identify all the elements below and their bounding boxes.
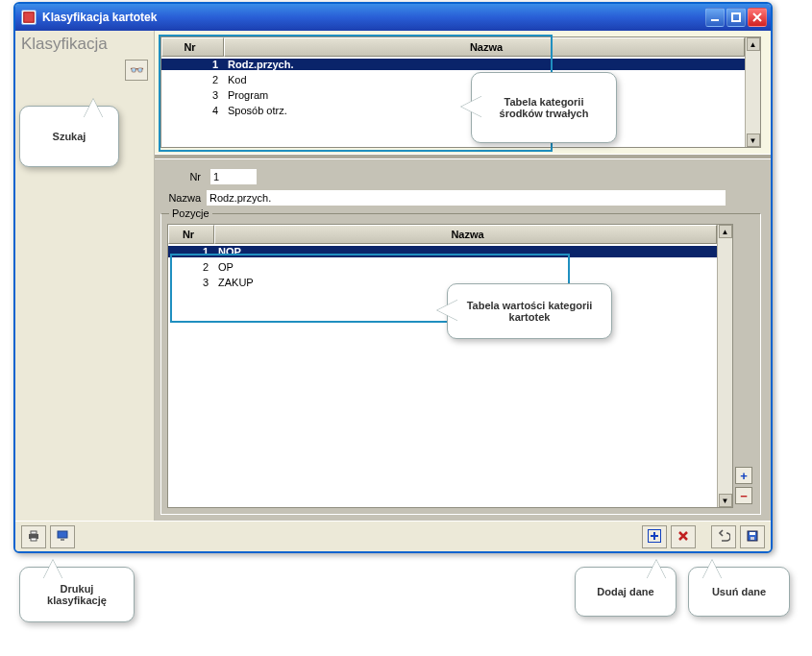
nazwa-label: Nazwa	[160, 192, 201, 204]
monitor-icon	[56, 529, 69, 545]
callout-text: Szukaj	[53, 131, 86, 142]
delete-button[interactable]	[671, 525, 696, 548]
x-icon	[677, 529, 690, 545]
categories-grid-header: Nr Nazwa	[161, 37, 745, 57]
plus-icon	[648, 529, 661, 545]
sidebar-title: Klasyfikacja	[21, 35, 148, 54]
cell-nr: 2	[161, 74, 224, 85]
client-area: Klasyfikacja 👓 Nr Nazwa 1Rodz.	[15, 31, 771, 551]
table-row[interactable]: 3ZAKUP	[168, 275, 717, 290]
monitor-button[interactable]	[50, 525, 75, 548]
cell-nr: 1	[168, 246, 214, 257]
app-window: Klasyfikacja kartotek Klasyfikacja 👓	[13, 2, 773, 553]
svg-rect-2	[732, 13, 740, 21]
pozycje-add-button[interactable]: +	[735, 467, 752, 484]
undo-button[interactable]	[711, 525, 736, 548]
nazwa-field-row: Nazwa	[160, 190, 761, 206]
svg-rect-5	[31, 538, 37, 541]
callout-szukaj: Szukaj	[19, 106, 119, 167]
print-button[interactable]	[21, 525, 46, 548]
printer-icon	[27, 529, 40, 545]
titlebar[interactable]: Klasyfikacja kartotek	[15, 4, 771, 31]
svg-rect-1	[711, 19, 719, 21]
nr-label: Nr	[160, 171, 201, 182]
callout-text: Drukuj klasyfikację	[34, 583, 120, 606]
detail-panel: Nr Nazwa Pozycje Nr Nazw	[155, 159, 771, 521]
callout-usun: Usuń dane	[688, 567, 790, 617]
scroll-down-button[interactable]: ▼	[747, 134, 760, 147]
callout-drukuj: Drukuj klasyfikację	[19, 567, 135, 622]
add-button[interactable]	[642, 525, 667, 548]
search-button[interactable]: 👓	[125, 60, 148, 81]
callout-tabela-wartosci: Tabela wartości kategorii kartotek	[447, 283, 612, 339]
cell-nr: 4	[161, 105, 224, 116]
callout-text: Dodaj dane	[597, 586, 653, 597]
callout-text: Tabela wartości kategorii kartotek	[461, 300, 598, 323]
minimize-button[interactable]	[705, 8, 725, 27]
callout-text: Tabela kategorii środków trwałych	[485, 96, 603, 119]
close-button[interactable]	[748, 8, 767, 27]
pozycje-label: Pozycje	[169, 207, 212, 219]
categories-scrollbar[interactable]: ▲ ▼	[745, 37, 760, 147]
pozycje-groupbox: Pozycje Nr Nazwa 1NOP2OP3ZAKUP ▲	[160, 213, 761, 515]
main-area: Klasyfikacja 👓 Nr Nazwa 1Rodz.	[15, 31, 771, 521]
svg-rect-10	[750, 532, 755, 535]
svg-rect-7	[61, 539, 64, 541]
pozycje-grid-body[interactable]: 1NOP2OP3ZAKUP	[168, 244, 717, 507]
app-icon	[21, 10, 37, 25]
nazwa-input[interactable]	[207, 190, 726, 206]
table-row[interactable]: 2OP	[168, 259, 717, 275]
pozycje-scrollbar[interactable]: ▲ ▼	[717, 225, 732, 507]
maximize-button[interactable]	[726, 8, 746, 27]
scroll-up-button[interactable]: ▲	[719, 225, 732, 238]
cell-nazwa: Rodz.przych.	[224, 59, 745, 70]
cell-nr: 1	[161, 59, 224, 70]
table-row[interactable]: 2Kod	[161, 72, 745, 87]
binoculars-icon: 👓	[130, 63, 144, 77]
save-icon	[746, 529, 759, 545]
svg-rect-6	[58, 531, 67, 538]
pozycje-col-nazwa[interactable]: Nazwa	[214, 225, 717, 244]
pozycje-remove-button[interactable]: −	[735, 487, 752, 504]
table-row[interactable]: 1Rodz.przych.	[161, 57, 745, 72]
pozycje-grid[interactable]: Nr Nazwa 1NOP2OP3ZAKUP ▲ ▼	[167, 224, 733, 508]
categories-panel: Nr Nazwa 1Rodz.przych.2Kod3Program4Sposó…	[155, 31, 771, 154]
cell-nr: 3	[161, 89, 224, 101]
svg-rect-11	[750, 537, 754, 540]
cell-nr: 3	[168, 277, 214, 288]
callout-text: Usuń dane	[712, 586, 766, 597]
svg-rect-0	[24, 12, 35, 23]
categories-grid[interactable]: Nr Nazwa 1Rodz.przych.2Kod3Program4Sposó…	[160, 36, 761, 148]
col-header-nazwa[interactable]: Nazwa	[224, 37, 745, 57]
pozycje-item-buttons: + −	[735, 467, 752, 504]
cell-nazwa: OP	[214, 261, 717, 273]
pozycje-grid-header: Nr Nazwa	[168, 225, 717, 244]
nr-input[interactable]	[210, 169, 257, 184]
window-title: Klasyfikacja kartotek	[42, 11, 703, 24]
cell-nr: 2	[168, 261, 214, 273]
callout-tabela-kategorii: Tabela kategorii środków trwałych	[471, 72, 617, 143]
scroll-down-button[interactable]: ▼	[719, 494, 732, 507]
callout-dodaj: Dodaj dane	[575, 567, 677, 617]
save-button[interactable]	[740, 525, 765, 548]
table-row[interactable]: 1NOP	[168, 244, 717, 259]
pozycje-col-nr[interactable]: Nr	[168, 225, 214, 244]
undo-icon	[717, 529, 730, 545]
nr-field-row: Nr	[160, 169, 761, 184]
cell-nazwa: NOP	[214, 246, 717, 257]
col-header-nr[interactable]: Nr	[161, 37, 224, 57]
bottom-toolbar	[15, 521, 771, 551]
scroll-up-button[interactable]: ▲	[747, 37, 760, 51]
svg-rect-4	[31, 531, 37, 534]
